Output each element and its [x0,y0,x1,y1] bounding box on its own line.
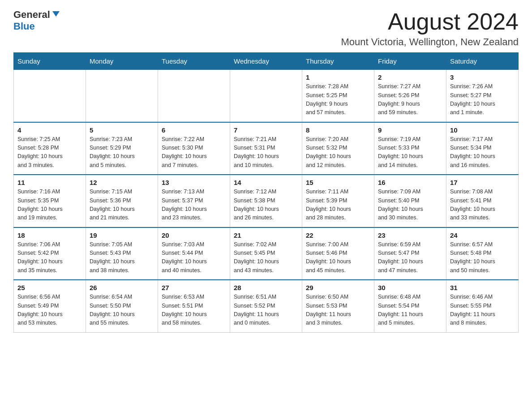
calendar-header-sunday: Sunday [14,53,86,70]
day-info: Sunrise: 7:00 AMSunset: 5:46 PMDaylight:… [306,240,370,275]
calendar-cell: 12Sunrise: 7:15 AMSunset: 5:36 PMDayligh… [86,175,158,227]
calendar-cell [230,70,302,122]
day-info: Sunrise: 7:20 AMSunset: 5:32 PMDaylight:… [306,135,370,170]
calendar-cell: 9Sunrise: 7:19 AMSunset: 5:33 PMDaylight… [374,122,446,175]
day-number: 30 [378,284,442,291]
calendar-cell: 8Sunrise: 7:20 AMSunset: 5:32 PMDaylight… [302,122,374,175]
day-number: 17 [450,179,515,186]
calendar-cell: 7Sunrise: 7:21 AMSunset: 5:31 PMDaylight… [230,122,302,175]
day-number: 18 [17,231,82,239]
calendar-cell: 26Sunrise: 6:54 AMSunset: 5:50 PMDayligh… [86,280,158,332]
calendar-cell: 14Sunrise: 7:12 AMSunset: 5:38 PMDayligh… [230,175,302,227]
day-info: Sunrise: 7:12 AMSunset: 5:38 PMDaylight:… [234,188,298,223]
day-info: Sunrise: 6:54 AMSunset: 5:50 PMDaylight:… [90,293,154,328]
calendar-week-row: 25Sunrise: 6:56 AMSunset: 5:49 PMDayligh… [14,280,519,332]
calendar-header-wednesday: Wednesday [230,53,302,70]
calendar-header-friday: Friday [374,53,446,70]
day-number: 21 [234,231,298,239]
day-number: 15 [306,179,370,186]
day-info: Sunrise: 6:51 AMSunset: 5:52 PMDaylight:… [234,293,298,328]
calendar-cell [14,70,86,122]
day-number: 28 [234,284,298,291]
day-number: 9 [378,126,442,134]
day-info: Sunrise: 6:57 AMSunset: 5:48 PMDaylight:… [450,240,515,275]
day-info: Sunrise: 7:15 AMSunset: 5:36 PMDaylight:… [90,188,154,223]
calendar-cell: 10Sunrise: 7:17 AMSunset: 5:34 PMDayligh… [446,122,519,175]
calendar-cell: 3Sunrise: 7:26 AMSunset: 5:27 PMDaylight… [446,70,519,122]
location-title: Mount Victoria, Wellington, New Zealand [341,36,519,48]
day-number: 10 [450,126,515,134]
day-info: Sunrise: 6:59 AMSunset: 5:47 PMDaylight:… [378,240,442,275]
calendar-cell: 18Sunrise: 7:06 AMSunset: 5:42 PMDayligh… [14,227,86,280]
day-info: Sunrise: 7:19 AMSunset: 5:33 PMDaylight:… [378,135,442,170]
calendar-cell: 28Sunrise: 6:51 AMSunset: 5:52 PMDayligh… [230,280,302,332]
calendar-cell: 30Sunrise: 6:48 AMSunset: 5:54 PMDayligh… [374,280,446,332]
calendar-cell: 20Sunrise: 7:03 AMSunset: 5:44 PMDayligh… [158,227,230,280]
calendar-cell: 6Sunrise: 7:22 AMSunset: 5:30 PMDaylight… [158,122,230,175]
day-number: 13 [162,179,226,186]
calendar-cell: 5Sunrise: 7:23 AMSunset: 5:29 PMDaylight… [86,122,158,175]
day-number: 8 [306,126,370,134]
calendar-week-row: 4Sunrise: 7:25 AMSunset: 5:28 PMDaylight… [14,122,519,175]
day-number: 12 [90,179,154,186]
calendar-cell [86,70,158,122]
logo: General Blue [13,9,60,32]
day-info: Sunrise: 7:22 AMSunset: 5:30 PMDaylight:… [162,135,226,170]
day-number: 6 [162,126,226,134]
day-info: Sunrise: 7:17 AMSunset: 5:34 PMDaylight:… [450,135,515,170]
day-number: 2 [378,73,442,81]
day-number: 1 [306,73,370,81]
calendar-cell: 11Sunrise: 7:16 AMSunset: 5:35 PMDayligh… [14,175,86,227]
logo-general-text: General [13,9,50,21]
calendar-cell: 31Sunrise: 6:46 AMSunset: 5:55 PMDayligh… [446,280,519,332]
calendar-cell: 23Sunrise: 6:59 AMSunset: 5:47 PMDayligh… [374,227,446,280]
day-info: Sunrise: 7:21 AMSunset: 5:31 PMDaylight:… [234,135,298,170]
calendar-cell: 15Sunrise: 7:11 AMSunset: 5:39 PMDayligh… [302,175,374,227]
day-number: 14 [234,179,298,186]
calendar-cell: 13Sunrise: 7:13 AMSunset: 5:37 PMDayligh… [158,175,230,227]
calendar-cell: 27Sunrise: 6:53 AMSunset: 5:51 PMDayligh… [158,280,230,332]
day-number: 27 [162,284,226,291]
calendar-cell: 1Sunrise: 7:28 AMSunset: 5:25 PMDaylight… [302,70,374,122]
calendar-cell: 4Sunrise: 7:25 AMSunset: 5:28 PMDaylight… [14,122,86,175]
calendar-cell: 21Sunrise: 7:02 AMSunset: 5:45 PMDayligh… [230,227,302,280]
day-number: 31 [450,284,515,291]
calendar-cell: 2Sunrise: 7:27 AMSunset: 5:26 PMDaylight… [374,70,446,122]
day-number: 3 [450,73,515,81]
calendar-header-saturday: Saturday [446,53,519,70]
day-info: Sunrise: 7:02 AMSunset: 5:45 PMDaylight:… [234,240,298,275]
day-info: Sunrise: 6:50 AMSunset: 5:53 PMDaylight:… [306,293,370,328]
calendar-cell: 16Sunrise: 7:09 AMSunset: 5:40 PMDayligh… [374,175,446,227]
calendar-cell: 22Sunrise: 7:00 AMSunset: 5:46 PMDayligh… [302,227,374,280]
calendar-cell: 25Sunrise: 6:56 AMSunset: 5:49 PMDayligh… [14,280,86,332]
calendar-cell: 19Sunrise: 7:05 AMSunset: 5:43 PMDayligh… [86,227,158,280]
day-number: 4 [17,126,82,134]
title-section: August 2024 Mount Victoria, Wellington, … [341,9,519,48]
day-number: 7 [234,126,298,134]
day-info: Sunrise: 7:23 AMSunset: 5:29 PMDaylight:… [90,135,154,170]
day-number: 24 [450,231,515,239]
day-info: Sunrise: 7:25 AMSunset: 5:28 PMDaylight:… [17,135,82,170]
day-number: 25 [17,284,82,291]
day-info: Sunrise: 7:11 AMSunset: 5:39 PMDaylight:… [306,188,370,223]
calendar-week-row: 11Sunrise: 7:16 AMSunset: 5:35 PMDayligh… [14,175,519,227]
svg-marker-0 [52,11,60,17]
day-number: 5 [90,126,154,134]
day-number: 16 [378,179,442,186]
day-number: 11 [17,179,82,186]
day-info: Sunrise: 7:05 AMSunset: 5:43 PMDaylight:… [90,240,154,275]
calendar-cell: 17Sunrise: 7:08 AMSunset: 5:41 PMDayligh… [446,175,519,227]
day-info: Sunrise: 7:03 AMSunset: 5:44 PMDaylight:… [162,240,226,275]
day-info: Sunrise: 7:06 AMSunset: 5:42 PMDaylight:… [17,240,82,275]
calendar-cell [158,70,230,122]
calendar-header-thursday: Thursday [302,53,374,70]
day-number: 22 [306,231,370,239]
calendar-week-row: 18Sunrise: 7:06 AMSunset: 5:42 PMDayligh… [14,227,519,280]
calendar-header-tuesday: Tuesday [158,53,230,70]
month-title: August 2024 [341,9,519,34]
calendar-cell: 24Sunrise: 6:57 AMSunset: 5:48 PMDayligh… [446,227,519,280]
logo-blue-text: Blue [13,21,35,32]
day-info: Sunrise: 6:48 AMSunset: 5:54 PMDaylight:… [378,293,442,328]
logo-arrow-icon [51,9,60,20]
day-number: 23 [378,231,442,239]
